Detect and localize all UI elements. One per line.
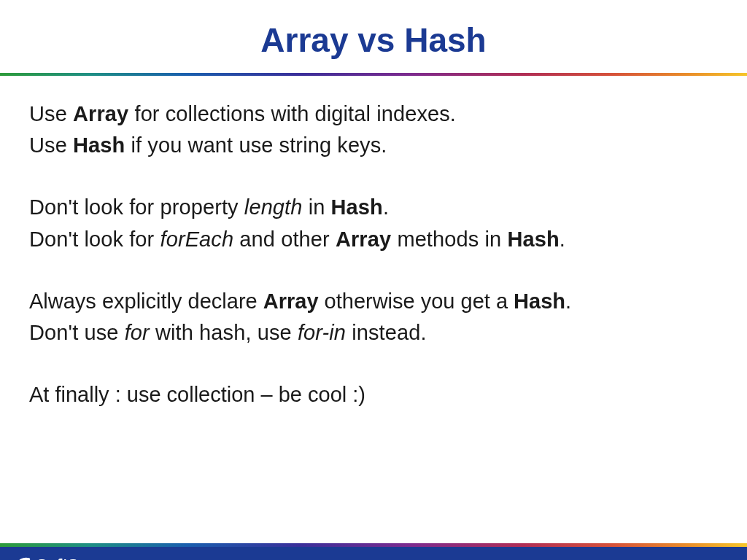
line-5: Always explicitly declare Array otherwis… xyxy=(29,287,718,316)
text: if you want use string keys. xyxy=(131,133,387,157)
page-title: Array vs Hash xyxy=(0,20,747,60)
brand-logo: SoftServe xyxy=(15,556,112,560)
text: Don't use xyxy=(29,321,125,344)
text: Use xyxy=(29,102,73,125)
footer-bar: SoftServe xyxy=(0,547,747,560)
text: instead. xyxy=(346,321,427,344)
softserve-icon xyxy=(15,556,34,560)
bold-hash: Hash xyxy=(73,133,131,157)
bold-hash: Hash xyxy=(331,195,383,219)
line-4: Don't look for forEach and other Array m… xyxy=(29,225,718,254)
text: . xyxy=(560,228,565,251)
slide: Array vs Hash Use Array for collections … xyxy=(0,20,747,560)
blank-line xyxy=(29,162,718,192)
text: . xyxy=(565,289,571,313)
body-content: Use Array for collections with digital i… xyxy=(0,76,747,410)
text: methods in xyxy=(391,228,507,251)
italic-for: for xyxy=(125,321,150,344)
italic-length: length xyxy=(244,195,303,219)
line-7: At finally : use collection – be cool :) xyxy=(29,380,718,410)
bold-array: Array xyxy=(336,228,391,251)
line-6: Don't use for with hash, use for-in inst… xyxy=(29,318,718,348)
blank-line xyxy=(29,349,718,380)
line-3: Don't look for property length in Hash. xyxy=(29,192,718,222)
text: with hash, use xyxy=(150,321,298,344)
blank-line xyxy=(29,256,718,287)
text: in xyxy=(302,195,330,219)
bold-hash: Hash xyxy=(514,289,565,313)
bold-hash: Hash xyxy=(507,228,559,251)
text: Always explicitly declare xyxy=(29,289,263,313)
bold-array: Array xyxy=(263,289,325,313)
text: for collections with digital indexes. xyxy=(128,102,456,125)
italic-for-in: for-in xyxy=(298,321,346,344)
text: Use xyxy=(29,133,73,157)
text: and other xyxy=(233,228,336,251)
italic-foreach: forEach xyxy=(160,228,234,251)
brand-name: SoftServe xyxy=(36,556,112,560)
text: otherwise you get a xyxy=(325,289,514,313)
line-1: Use Array for collections with digital i… xyxy=(29,99,718,129)
text: Don't look for property xyxy=(29,195,244,219)
bold-array: Array xyxy=(73,102,128,125)
line-2: Use Hash if you want use string keys. xyxy=(29,131,718,160)
text: . xyxy=(383,195,389,219)
text: Don't look for xyxy=(29,228,160,251)
